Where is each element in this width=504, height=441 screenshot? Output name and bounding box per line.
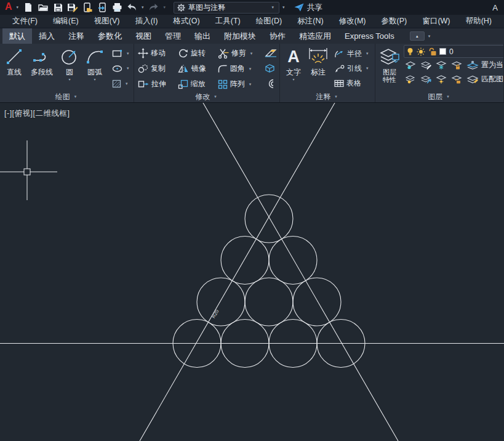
menu-item[interactable]: 标注(N)	[292, 15, 328, 28]
menu-item[interactable]: 参数(P)	[377, 15, 412, 28]
layer-unlock-button[interactable]	[450, 73, 464, 86]
menu-item[interactable]: 视图(V)	[89, 15, 125, 28]
layer-unisolate-button[interactable]	[419, 73, 433, 86]
circle-entity[interactable]	[245, 278, 293, 326]
menu-item[interactable]: 绘图(D)	[251, 15, 287, 28]
copy-button[interactable]: 复制	[137, 61, 174, 76]
array-button[interactable]: 阵列 ▾	[217, 76, 262, 91]
undo-dropdown-caret[interactable]: ▾	[140, 5, 146, 10]
menu-item[interactable]: 文件(F)	[7, 15, 42, 28]
ribbon-tab[interactable]: 注释	[62, 28, 91, 44]
construction-line[interactable]	[140, 103, 335, 441]
layer-thaw-all-button[interactable]	[434, 73, 449, 86]
viewport-controls[interactable]: [-][俯视][二维线框]	[4, 108, 70, 119]
circle-button[interactable]: 圆 ▾	[58, 45, 81, 91]
save-button[interactable]	[51, 1, 65, 14]
menu-item[interactable]: 修改(M)	[334, 15, 371, 28]
workspace-switcher[interactable]: 草图与注释 ▾	[174, 2, 279, 14]
ribbon-collapse-control[interactable]: ▴ ▾	[410, 28, 433, 44]
ribbon-tab[interactable]: 输出	[188, 28, 217, 44]
menu-item[interactable]: 格式(O)	[169, 15, 205, 28]
dimension-button[interactable]: 标注	[305, 45, 332, 91]
fillet-button[interactable]: 圆角 ▾	[217, 61, 262, 76]
ribbon-tab[interactable]: 默认	[2, 28, 32, 44]
ribbon-tab[interactable]: 管理	[158, 28, 188, 44]
fillet-caret[interactable]: ▾	[247, 67, 254, 71]
ribbon-tab[interactable]: 协作	[263, 28, 292, 44]
match-layer-button[interactable]: 匹配图层	[466, 74, 503, 84]
arc-button[interactable]: 圆弧 ▾	[81, 45, 108, 91]
open-file-button[interactable]	[36, 1, 50, 14]
ribbon-tab[interactable]: 参数化	[91, 28, 129, 44]
ribbon-tab[interactable]: Express Tools	[338, 28, 401, 44]
menu-item[interactable]: 帮助(H)	[461, 15, 497, 28]
rotate-button[interactable]: 旋转	[177, 46, 214, 61]
ribbon-tab[interactable]: 视图	[129, 28, 158, 44]
mirror-button[interactable]: 镜像	[177, 61, 214, 76]
new-file-button[interactable]	[22, 1, 35, 14]
leader-button[interactable]: 引线 ▾	[334, 61, 370, 76]
model-space-canvas[interactable]: R20 [-][俯视][二维线框]	[0, 103, 504, 441]
save-as-button[interactable]	[66, 1, 79, 14]
array-caret[interactable]: ▾	[247, 82, 254, 87]
construction-line[interactable]	[203, 103, 398, 441]
erase-button[interactable]	[263, 45, 278, 60]
stretch-icon	[138, 79, 149, 89]
panel-label-modify[interactable]: 修改 ▾	[134, 91, 279, 102]
modify-panel-caret: ▾	[212, 94, 218, 99]
panel-label-draw[interactable]: 绘图 ▾	[0, 91, 134, 102]
save-to-mobile-button[interactable]	[95, 1, 109, 14]
polyline-button[interactable]: 多段线	[26, 45, 58, 91]
share-button[interactable]: 共享	[294, 2, 322, 13]
layer-lock-button[interactable]	[450, 59, 464, 71]
undo-button[interactable]	[125, 1, 138, 14]
menu-item[interactable]: 插入(I)	[130, 15, 163, 28]
radius-dim-button[interactable]: 半径 ▾	[334, 46, 370, 61]
panel-label-annotate[interactable]: 注释 ▾	[280, 91, 375, 102]
circle-entity[interactable]	[245, 195, 293, 243]
layer-on-all-button[interactable]	[404, 73, 418, 86]
ribbon-tab[interactable]: 精选应用	[292, 28, 338, 44]
title-bar: A ▾	[0, 0, 504, 15]
ribbon-tab[interactable]: 插入	[32, 28, 62, 44]
table-button[interactable]: 表格	[334, 76, 370, 91]
scale-button[interactable]: 缩放	[177, 76, 214, 91]
offset-button[interactable]	[263, 76, 278, 91]
circle-entity[interactable]	[269, 237, 317, 285]
ellipse-button[interactable]: ▾	[112, 61, 131, 76]
arc-dropdown-caret[interactable]: ▾	[94, 77, 95, 81]
line-button[interactable]: 直线	[2, 45, 26, 91]
trim-caret[interactable]: ▾	[249, 51, 255, 56]
plot-button[interactable]	[110, 1, 124, 14]
qat-overflow-caret[interactable]: ▾	[281, 5, 287, 10]
circle-dropdown-caret[interactable]: ▾	[68, 77, 70, 81]
layer-freeze-button[interactable]	[434, 59, 449, 71]
circle-entity[interactable]	[197, 278, 245, 326]
menu-item[interactable]: 编辑(E)	[48, 15, 84, 28]
panel-label-layers[interactable]: 图层 ▾	[375, 91, 503, 102]
redo-button[interactable]	[147, 1, 161, 14]
text-caret[interactable]: ▾	[292, 77, 294, 81]
text-button[interactable]: A 文字 ▾	[282, 45, 305, 91]
redo-dropdown-caret[interactable]: ▾	[162, 5, 168, 10]
menu-item[interactable]: 窗口(W)	[417, 15, 455, 28]
layer-select[interactable]: 0	[404, 45, 503, 58]
layer-off-button[interactable]	[404, 59, 418, 71]
menu-item[interactable]: 工具(T)	[210, 15, 246, 28]
circle-entity[interactable]	[221, 237, 269, 285]
rectangle-button[interactable]: ▾	[112, 46, 131, 61]
layer-isolate-button[interactable]	[419, 59, 433, 71]
hatch-button[interactable]: ▾	[112, 76, 131, 91]
annotate-panel-caret: ▾	[333, 94, 339, 99]
stretch-button[interactable]: 拉伸	[137, 76, 174, 91]
open-from-mobile-button[interactable]	[81, 1, 94, 14]
trim-button[interactable]: 修剪 ▾	[217, 46, 262, 61]
explode-button[interactable]	[263, 60, 278, 76]
circle-entity[interactable]	[293, 278, 341, 326]
logo-dropdown-caret[interactable]: ▾	[15, 5, 21, 10]
ribbon-tab[interactable]: 附加模块	[217, 28, 263, 44]
make-current-button[interactable]: 置为当前	[466, 60, 503, 70]
layer-properties-button[interactable]: 图层特性	[378, 45, 401, 91]
move-button[interactable]: 移动	[137, 46, 174, 61]
autocad-logo[interactable]: A	[4, 2, 14, 13]
